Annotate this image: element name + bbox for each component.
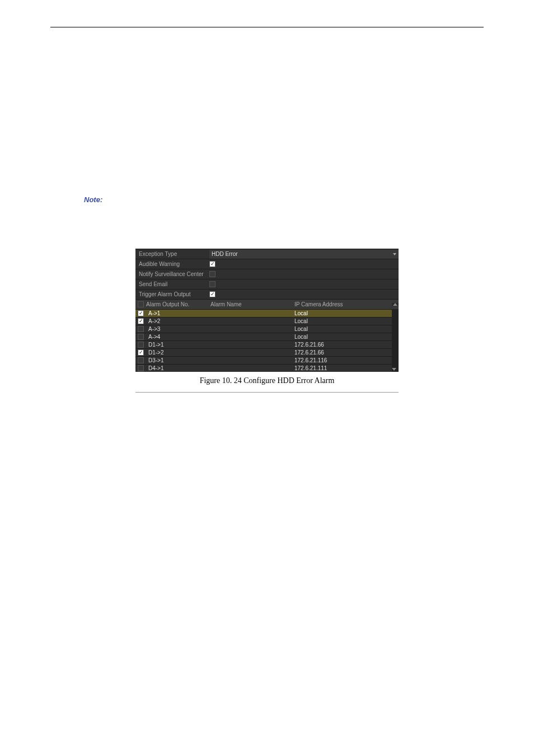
table-row[interactable]: D3->1172.6.21.116 [135,356,392,364]
option-checkbox[interactable] [209,261,216,267]
top-horizontal-rule [50,27,484,27]
exception-type-value: HDD Error [212,251,238,257]
scrollbar[interactable] [392,309,399,372]
option-label: Notify Surveillance Center [135,271,208,277]
row-checkbox[interactable] [138,349,144,356]
hdd-error-panel: Exception Type HDD Error Audible Warning… [135,249,399,372]
table-row[interactable]: A->1Local [135,309,392,317]
note-label: Note: [84,195,102,204]
bottom-horizontal-rule [135,392,399,393]
select-all-checkbox[interactable] [138,301,144,307]
option-checkbox[interactable] [209,291,216,297]
row-addr: Local [292,318,392,324]
alarm-table-header: Alarm Output No. Alarm Name IP Camera Ad… [135,299,399,309]
row-no: A->1 [148,310,160,316]
row-checkbox[interactable] [138,326,144,332]
table-row[interactable]: A->4Local [135,333,392,340]
row-no: A->3 [148,326,160,332]
row-no: D1->2 [148,349,164,356]
option-label: Audible Warning [135,261,208,267]
figure-caption: Figure 10. 24 Configure HDD Error Alarm [135,376,399,385]
option-row: Notify Surveillance Center [135,269,399,279]
row-no: D3->1 [148,357,164,363]
exception-type-dropdown[interactable]: HDD Error [209,250,399,259]
row-addr: 172.6.21.116 [292,357,392,363]
exception-type-label: Exception Type [135,251,208,257]
option-row: Send Email [135,279,399,289]
row-no: D1->1 [148,342,164,348]
exception-type-row: Exception Type HDD Error [135,249,399,259]
col-header-addr: IP Camera Address [292,301,392,307]
row-checkbox[interactable] [138,342,144,348]
row-checkbox[interactable] [138,318,144,324]
option-row: Audible Warning [135,259,399,269]
chevron-down-icon [393,253,396,255]
row-no: A->2 [148,318,160,324]
row-addr: 172.6.21.66 [292,342,392,348]
row-addr: Local [292,334,392,340]
row-checkbox[interactable] [138,357,144,363]
row-no: D4->1 [148,365,164,371]
note-line: Note: [84,195,484,204]
row-checkbox[interactable] [138,365,144,371]
table-row[interactable]: A->3Local [135,325,392,333]
row-addr: Local [292,326,392,332]
option-checkbox[interactable] [209,281,216,287]
scroll-down-icon[interactable] [392,368,396,371]
table-row[interactable]: D1->1172.6.21.66 [135,340,392,348]
scroll-up-icon[interactable] [393,303,397,306]
table-row[interactable]: D1->2172.6.21.66 [135,348,392,356]
option-label: Send Email [135,281,208,287]
row-addr: Local [292,310,392,316]
option-label: Trigger Alarm Output [135,291,208,297]
row-checkbox[interactable] [138,334,144,340]
table-row[interactable]: A->2Local [135,317,392,325]
option-row: Trigger Alarm Output [135,289,399,299]
col-header-name: Alarm Name [208,301,292,307]
table-row[interactable]: D4->1172.6.21.111 [135,364,392,372]
row-addr: 172.6.21.111 [292,365,392,371]
row-checkbox[interactable] [138,310,144,316]
col-header-no: Alarm Output No. [146,301,189,307]
option-checkbox[interactable] [209,271,216,277]
row-addr: 172.6.21.66 [292,349,392,356]
row-no: A->4 [148,334,160,340]
